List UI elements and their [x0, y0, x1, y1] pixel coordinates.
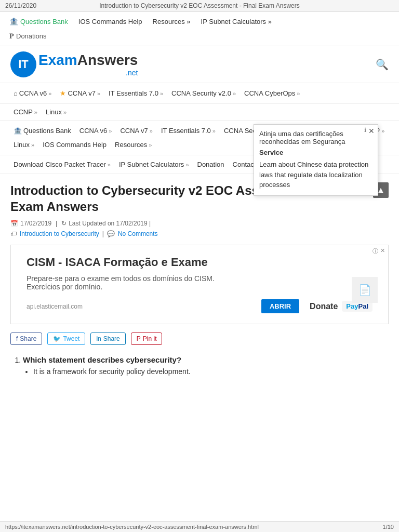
top-navbar: 🏦 Questions Bank IOS Commands Help Resou… — [0, 12, 399, 46]
inner-ad-open-button[interactable]: ABRIR — [261, 299, 299, 313]
twitter-icon: 🐦 — [53, 335, 61, 342]
paypal-icon: 𝐏 — [9, 32, 14, 41]
ad-controls: ⓘ ✕ — [373, 247, 385, 255]
nav-ccna-v7[interactable]: ★ CCNA v7 » — [57, 87, 103, 99]
main-content: ▲ Introduction to Cybersecurity v2 EOC A… — [0, 174, 399, 384]
pinterest-icon: P — [137, 335, 141, 342]
nav2-ios-help[interactable]: IOS Commands Help — [39, 139, 110, 151]
facebook-share-button[interactable]: f Share — [10, 332, 42, 345]
ad-popup: ℹ ✕ Atinja uma das certificações reconhe… — [254, 124, 378, 196]
post-tags: 🏷 Introduction to Cybersecurity | 💬 No C… — [10, 230, 389, 237]
topbar-donations[interactable]: 𝐏 Donations — [5, 30, 51, 43]
social-share: f Share 🐦 Tweet in Share P Pin it — [10, 332, 389, 345]
nav-ccnp[interactable]: CCNP » — [10, 106, 41, 118]
nav-primary: ⌂ CCNA v6 » ★ CCNA v7 » IT Essentials 7.… — [0, 83, 399, 104]
tag-icon: 🏷 — [10, 230, 17, 237]
post-updated: ↻ Last Updated on 17/02/2019 | — [61, 220, 151, 227]
quiz-answer-1: It is a framework for security policy de… — [33, 367, 387, 376]
bank-icon-2: 🏦 — [14, 127, 22, 135]
quiz-section: Which statement describes cybersecurity?… — [10, 355, 389, 376]
logo-icon: IT — [10, 51, 36, 77]
topbar-resources[interactable]: Resources » — [149, 16, 195, 28]
nav2-questions-bank[interactable]: 🏦 Questions Bank — [10, 125, 74, 137]
inner-ad-content: CISM - ISACA Formação e Exame Prepare-se… — [11, 245, 388, 324]
logo-brand: Exam — [38, 52, 77, 68]
bank-icon: 🏦 — [9, 17, 18, 25]
ad-popup-text: Learn about Chinese data protection laws… — [259, 159, 373, 190]
star-icon: ★ — [60, 89, 66, 97]
linkedin-icon: in — [96, 335, 101, 342]
site-header: IT ExamAnswers .net 🔍 ℹ ✕ Atinja uma das… — [0, 46, 399, 83]
nav2-linux[interactable]: Linux» — [10, 139, 37, 151]
post-comments-link[interactable]: No Comments — [118, 230, 158, 237]
donate-label: Donate — [310, 302, 338, 311]
inner-ad-title: CISM - ISACA Formação e Exame — [26, 256, 208, 269]
quiz-question-1: Which statement describes cybersecurity? — [23, 355, 387, 364]
logo[interactable]: IT ExamAnswers .net — [10, 51, 138, 77]
pinterest-share-button[interactable]: P Pin it — [131, 332, 163, 345]
nav-primary-row2: CCNP » Linux » — [0, 104, 399, 121]
linkedin-share-button[interactable]: in Share — [90, 332, 125, 345]
nav-ccna-security[interactable]: CCNA Security v2.0 » — [168, 87, 239, 99]
logo-brand2: Answers — [77, 52, 138, 68]
topbar-ip-subnet[interactable]: IP Subnet Calculators » — [197, 16, 276, 28]
comment-icon: 💬 — [107, 230, 115, 237]
topbar-questions-bank[interactable]: 🏦 Questions Bank — [5, 15, 72, 28]
logo-net: .net — [38, 69, 138, 77]
ad-info-icon[interactable]: ℹ — [364, 127, 366, 134]
nav-ccna-cyberops[interactable]: CCNA CyberOps » — [241, 87, 303, 99]
calendar-icon: 📅 — [10, 220, 18, 227]
inner-ad: ⓘ ✕ CISM - ISACA Formação e Exame Prepar… — [10, 245, 389, 324]
nav2-ccna-v7[interactable]: CCNA v7» — [117, 125, 156, 137]
ad-close-btn[interactable]: ✕ — [380, 247, 385, 255]
ad-image: 📄 — [352, 277, 378, 303]
nav-it-essentials[interactable]: IT Essentials 7.0 » — [105, 87, 166, 99]
post-date: 📅 17/02/2019 — [10, 220, 51, 227]
inner-ad-footer: api.elasticemail.com ABRIR Donate PayPal — [26, 299, 373, 313]
ad-info-btn[interactable]: ⓘ — [373, 247, 378, 255]
post-tag-link[interactable]: Introduction to Cybersecurity — [20, 230, 99, 237]
quiz-list: Which statement describes cybersecurity?… — [12, 355, 387, 376]
post-meta: 📅 17/02/2019 | ↻ Last Updated on 17/02/2… — [10, 220, 389, 227]
nav3-ip-subnet[interactable]: IP Subnet Calculators» — [116, 158, 192, 170]
nav2-ccna-v6[interactable]: CCNA v6» — [76, 125, 115, 137]
logo-text-group: ExamAnswers .net — [38, 52, 138, 77]
twitter-share-button[interactable]: 🐦 Tweet — [47, 332, 85, 345]
browser-date: 26/11/2020 — [5, 2, 36, 9]
nav3-packet-tracer[interactable]: Download Cisco Packet Tracer» — [10, 158, 114, 170]
quiz-item-1: Which statement describes cybersecurity?… — [23, 355, 387, 376]
facebook-icon: f — [16, 335, 18, 342]
browser-title: Introduction to Cybersecurity v2 EOC Ass… — [99, 2, 299, 9]
refresh-icon: ↻ — [61, 220, 66, 227]
quiz-answers-1: It is a framework for security policy de… — [23, 367, 387, 376]
inner-ad-body: Prepare-se para o exame em todos os domí… — [26, 274, 215, 291]
nav-linux[interactable]: Linux » — [43, 106, 70, 118]
search-button[interactable]: 🔍 — [376, 58, 389, 71]
nav2-resources[interactable]: Resources» — [112, 139, 155, 151]
nav3-donation[interactable]: Donation — [194, 158, 228, 170]
ad-close-button[interactable]: ✕ — [368, 127, 375, 135]
ad-popup-service: Service — [259, 149, 373, 156]
ad-popup-header: Atinja uma das certificações reconhecida… — [259, 130, 373, 145]
home-icon: ⌂ — [14, 89, 18, 97]
nav2-it-essentials[interactable]: IT Essentials 7.0» — [158, 125, 219, 137]
topbar-ios-help[interactable]: IOS Commands Help — [74, 16, 147, 28]
inner-ad-domain: api.elasticemail.com — [26, 303, 83, 310]
nav-ccna-v6[interactable]: ⌂ CCNA v6 » — [10, 87, 55, 99]
